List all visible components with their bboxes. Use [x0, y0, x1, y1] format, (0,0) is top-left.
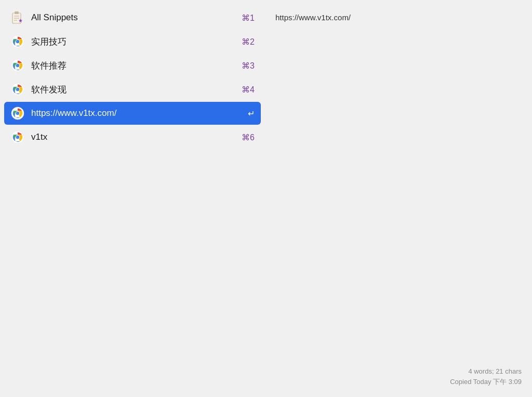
- item-label-all-snippets: All Snippets: [31, 12, 236, 23]
- svg-text:★: ★: [18, 18, 22, 23]
- list-item-software-discovery[interactable]: 软件发现 ⌘4: [4, 78, 261, 101]
- list-item-v1tx-url[interactable]: https://www.v1tx.com/ ↵: [4, 102, 261, 125]
- list-item-software-recommendations[interactable]: 软件推荐 ⌘3: [4, 54, 261, 77]
- left-panel: ★ All Snippets ⌘1: [0, 0, 265, 397]
- shortcut-software-recommendations: ⌘3: [242, 61, 255, 71]
- main-container: ★ All Snippets ⌘1: [0, 0, 532, 397]
- svg-point-14: [16, 88, 20, 91]
- copied-info-status: Copied Today 下午 3:09: [450, 377, 522, 387]
- shortcut-all-snippets: ⌘1: [242, 13, 255, 23]
- svg-point-11: [16, 64, 20, 68]
- item-label-v1tx-url: https://www.v1tx.com/: [31, 108, 243, 118]
- right-panel: https://www.v1tx.com/ 4 words; 21 chars …: [265, 0, 532, 397]
- svg-point-17: [16, 112, 20, 115]
- shortcut-software-discovery: ⌘4: [242, 85, 255, 95]
- list-item-v1tx[interactable]: v1tx ⌘6: [4, 126, 261, 149]
- svg-point-8: [16, 40, 20, 44]
- item-label-v1tx: v1tx: [31, 132, 236, 142]
- svg-rect-1: [15, 11, 19, 14]
- bottom-status: 4 words; 21 chars Copied Today 下午 3:09: [450, 366, 522, 387]
- chrome-icon-2: [10, 58, 25, 73]
- svg-point-20: [16, 136, 20, 139]
- shortcut-v1tx: ⌘6: [242, 133, 255, 142]
- chrome-icon-4: [10, 106, 25, 121]
- chrome-icon-1: [10, 34, 25, 49]
- list-item-all-snippets[interactable]: ★ All Snippets ⌘1: [4, 6, 261, 29]
- word-count-status: 4 words; 21 chars: [450, 366, 522, 377]
- preview-url: https://www.v1tx.com/: [275, 13, 522, 22]
- clipboard-star-icon: ★: [10, 10, 25, 25]
- chrome-icon-3: [10, 82, 25, 97]
- chrome-icon-5: [10, 130, 25, 144]
- shortcut-v1tx-url: ↵: [248, 109, 255, 118]
- list-item-practical-tips[interactable]: 实用技巧 ⌘2: [4, 30, 261, 53]
- shortcut-practical-tips: ⌘2: [242, 37, 255, 47]
- item-label-software-recommendations: 软件推荐: [31, 60, 236, 72]
- item-label-practical-tips: 实用技巧: [31, 36, 236, 48]
- item-label-software-discovery: 软件发现: [31, 84, 236, 96]
